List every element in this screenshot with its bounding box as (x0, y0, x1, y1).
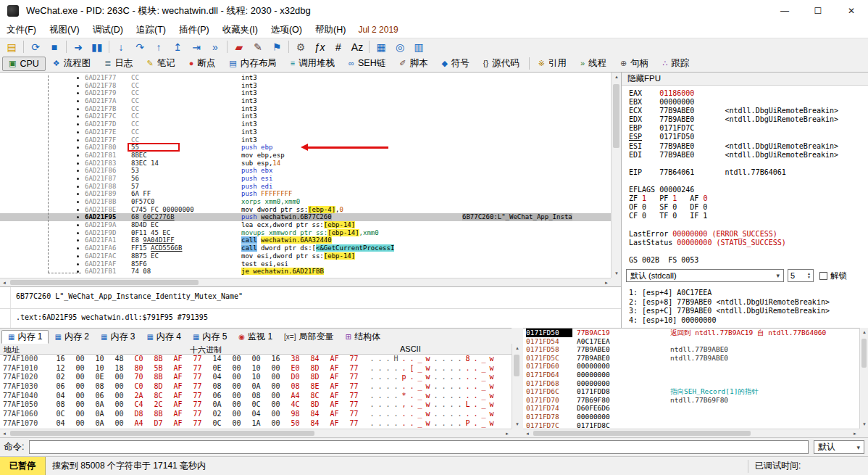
memory-dump-pane[interactable]: 地址 十六进制 ASCII 77AF100016001048C08BAF7714… (0, 344, 512, 429)
maximize-button[interactable]: ☐ (801, 0, 835, 22)
menu-item[interactable]: 调试(D) (86, 22, 130, 38)
stepper-arrows-icon[interactable]: ▲▼ (807, 272, 811, 280)
disasm-row[interactable]: 6AD21F7FCCint3 (0, 136, 611, 144)
tab-dump-2[interactable]: ▦内存 2 (49, 330, 94, 344)
argument-count-stepper[interactable]: 5 ▲▼ (788, 269, 814, 282)
stack-row[interactable]: 0171FD5C77B9ABE0ntdll.77B9ABE0 (523, 354, 859, 363)
graph-icon[interactable]: ▦ (372, 39, 391, 55)
scroll-thumb[interactable] (861, 339, 867, 368)
step-into-icon[interactable]: ↓ (112, 39, 130, 55)
menu-item[interactable]: 帮助(H) (309, 22, 352, 38)
menu-item[interactable]: 插件(P) (172, 22, 216, 38)
disasm-row[interactable]: 6AD21F9568 60C2776Bpush wechatwin.6B77C2… (0, 213, 611, 221)
preferences-fx-icon[interactable]: ƒx (310, 39, 329, 55)
stack-row[interactable]: 0171FD74D60FE6D6 (523, 404, 859, 413)
tab-script[interactable]: ✐脚本 (393, 57, 434, 71)
stack-horizontal-scrollbar[interactable]: ◄ ► (523, 429, 859, 437)
memory-horizontal-scrollbar[interactable]: ◄ ► (0, 429, 512, 437)
memory-row[interactable]: 77AF10600C000A00D88BAF77020004009884AF77… (0, 410, 512, 419)
disasm-row[interactable]: 6AD21FB174 08je wechatwin.6AD21FBB (0, 268, 611, 276)
close-button[interactable]: ✕ (835, 0, 868, 22)
scroll-down-icon[interactable]: ▼ (614, 271, 619, 276)
disasm-row[interactable]: 6AD21F8055push ebp (0, 144, 611, 152)
disasm-row[interactable]: 6AD21FA1E8 9A04D1FFcall wechatwin.6AA324… (0, 236, 611, 244)
disasm-row[interactable]: 6AD21F8EC745 FC 00000000mov dword ptr ss… (0, 206, 611, 214)
settings-icon[interactable]: ⚙ (291, 39, 310, 55)
patch-icon[interactable]: ▰ (230, 39, 249, 55)
pause-icon[interactable]: ▮▮ (88, 39, 107, 55)
stack-row[interactable]: 0171FD6000000000 (523, 362, 859, 371)
stack-row[interactable]: 0171FD5077B9AC19返回到 ntdll.77B9AC19 自 ntd… (523, 329, 859, 337)
disasm-row[interactable]: 6AD21F7ECCint3 (0, 128, 611, 136)
tab-seh[interactable]: ∞SEH链 (342, 57, 392, 71)
register-line[interactable] (629, 220, 867, 229)
memory-row[interactable]: 77AF107004000A00A4D7AF770C001A005084AF77… (0, 419, 512, 429)
tab-memory-map[interactable]: ▤内存布局 (222, 57, 283, 71)
scroll-right-icon[interactable]: ► (505, 431, 509, 436)
register-line[interactable]: ZF 1 PF 1 AF 0 (629, 194, 867, 203)
call-argument-row[interactable]: 4: [esp+10] 00000000 (629, 316, 867, 326)
disasm-row[interactable]: 6AD21F896A FFpush FFFFFFFF (0, 190, 611, 198)
tab-graph[interactable]: ❖流程图 (46, 57, 97, 71)
scroll-thumb[interactable] (533, 431, 751, 436)
scroll-right-icon[interactable]: ► (853, 431, 857, 436)
tab-handles[interactable]: ⊕句柄 (614, 57, 655, 71)
scroll-up-icon[interactable]: ▲ (515, 346, 519, 350)
register-line[interactable] (629, 177, 867, 186)
tab-threads[interactable]: »线程 (574, 57, 613, 71)
call-argument-row[interactable]: 3: [esp+C] 77B9ABE0 <ntdll.DbgUiRemoteBr… (629, 307, 867, 316)
register-line[interactable]: ECX 77B9ABE0 <ntdll.DbgUiRemoteBreakin> (629, 107, 867, 115)
menu-item[interactable]: 选项(O) (264, 22, 309, 38)
register-line[interactable]: EBP 0171FD7C (629, 124, 867, 133)
stack-row[interactable]: 0171FD7800000000 (523, 413, 859, 421)
memory-row[interactable]: 77AF102002000E00708BAF7704001000D08DAF77… (0, 373, 512, 382)
skip-icon[interactable]: ⇥ (187, 39, 206, 55)
register-line[interactable]: EDX 77B9ABE0 <ntdll.DbgUiRemoteBreakin> (629, 115, 867, 124)
tab-log[interactable]: ≣日志 (98, 57, 139, 71)
menu-item[interactable]: 追踪(T) (130, 22, 172, 38)
tab-watch-1[interactable]: ◉监视 1 (233, 330, 278, 344)
memory-map-icon[interactable]: ▥ (409, 39, 428, 55)
register-line[interactable]: LastStatus 00000000 (STATUS_SUCCESS) (629, 239, 867, 247)
register-line[interactable]: ESI 77B9ABE0 <ntdll.DbgUiRemoteBreakin> (629, 142, 867, 151)
register-line[interactable] (629, 247, 867, 256)
command-input[interactable] (29, 440, 809, 454)
unlock-checkbox[interactable] (819, 272, 827, 280)
menu-item[interactable]: 收藏夹(I) (216, 22, 264, 38)
assembler-icon[interactable]: Az (348, 39, 367, 55)
stack-row[interactable]: 0171FD6800000000 (523, 379, 859, 388)
stack-row[interactable]: 0171FD6400000000 (523, 371, 859, 379)
command-profile-select[interactable]: 默认 ▾ (814, 440, 864, 454)
minimize-button[interactable]: — (768, 0, 801, 22)
hide-fpu-button[interactable]: 隐藏FPU (622, 73, 868, 86)
disasm-row[interactable]: 6AD21F7CCCint3 (0, 112, 611, 120)
scroll-right-icon[interactable]: ► (604, 281, 609, 285)
tab-dump-4[interactable]: ▦内存 4 (141, 330, 186, 344)
disasm-horizontal-scrollbar[interactable]: ◄ ► (0, 278, 611, 286)
run-icon[interactable]: ➜ (69, 39, 88, 55)
scroll-left-icon[interactable]: ◄ (2, 281, 7, 285)
register-line[interactable]: EFLAGS 00000246 (629, 186, 867, 194)
disasm-vertical-scrollbar[interactable]: ▲ ▼ (611, 73, 621, 278)
stack-row[interactable]: 0171FD54A0C17EEA (523, 337, 859, 346)
scroll-thumb[interactable] (10, 280, 199, 285)
tab-locals[interactable]: [x=]局部变量 (278, 330, 339, 344)
step-out-icon[interactable]: ↑ (149, 39, 168, 55)
run-to-return-icon[interactable]: ↥ (168, 39, 187, 55)
register-line[interactable]: ESP 0171FD50 (629, 133, 867, 141)
step-over-icon[interactable]: ↷ (130, 39, 149, 55)
tab-struct[interactable]: ⊞结构体 (340, 330, 386, 344)
call-argument-row[interactable]: 2: [esp+8] 77B9ABE0 <ntdll.DbgUiRemoteBr… (629, 298, 867, 307)
tab-source[interactable]: {}源代码 (477, 57, 526, 71)
disasm-row[interactable]: 6AD21F7DCCint3 (0, 120, 611, 128)
register-line[interactable]: OF 0 SF 0 DF 0 (629, 203, 867, 212)
bookmark-icon[interactable]: ⚑ (267, 39, 286, 55)
memory-vertical-scrollbar[interactable]: ▲ ▼ (512, 344, 521, 429)
disasm-row[interactable]: 6AD21F77CCint3 (0, 74, 611, 82)
memory-row[interactable]: 77AF105008000A00C42CAF770A000C004C8DAF77… (0, 400, 512, 410)
stop-icon[interactable]: ■ (45, 39, 64, 55)
scroll-left-icon[interactable]: ◄ (2, 431, 7, 436)
tab-notes[interactable]: ✎笔记 (140, 57, 181, 71)
tab-references[interactable]: ※引用 (532, 57, 573, 71)
tab-call-stack[interactable]: ≡调用堆栈 (284, 57, 341, 71)
